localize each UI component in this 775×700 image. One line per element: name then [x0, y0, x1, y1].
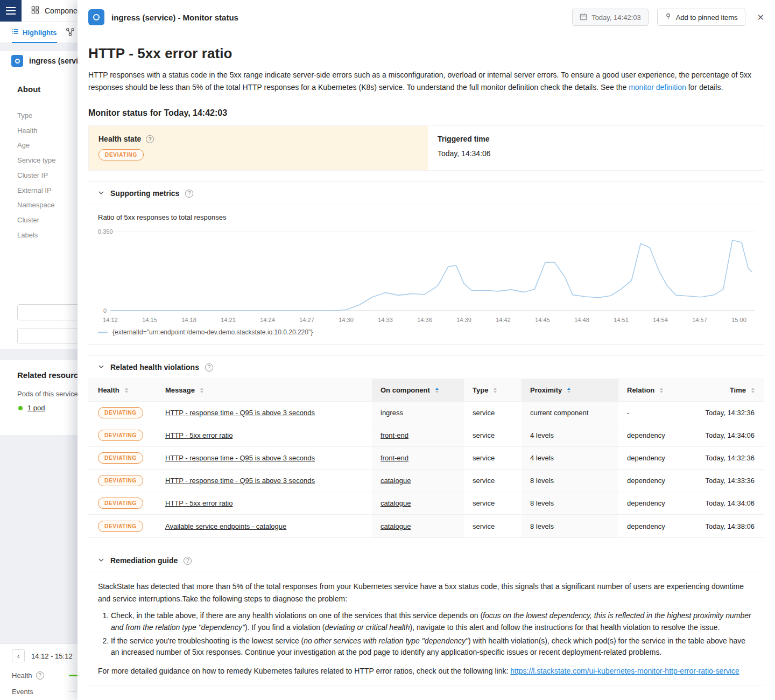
- violation-message-link[interactable]: HTTP - 5xx error ratio: [165, 499, 232, 507]
- time-range-label: 14:12 - 15:12: [31, 652, 73, 660]
- violation-message-link[interactable]: HTTP - response time - Q95 is above 3 se…: [165, 477, 315, 485]
- col-header-relation[interactable]: Relation: [618, 379, 690, 402]
- remediation-more-text: For more detailed guidance on how to rem…: [98, 667, 510, 675]
- relation-value: -: [627, 409, 629, 417]
- svg-text:14:48: 14:48: [574, 317, 589, 323]
- col-header-on-component[interactable]: On component: [372, 379, 464, 402]
- about-field-labels: Labels: [17, 228, 56, 243]
- proximity-value: 8 levels: [530, 522, 554, 530]
- remediation-guide-header[interactable]: Remediation guide ?: [88, 549, 764, 572]
- supporting-metrics-header[interactable]: Supporting metrics ?: [88, 182, 764, 205]
- chevron-down-icon: [98, 189, 104, 198]
- health-badge: DEVIATING: [98, 521, 143, 532]
- monitor-description: HTTP responses with a status code in the…: [88, 69, 764, 94]
- modal-header: ingress (service) - Monitor status Today…: [88, 0, 764, 34]
- about-dropdown-2[interactable]: [17, 328, 87, 344]
- col-header-time[interactable]: Time: [690, 379, 764, 402]
- violation-message-link[interactable]: HTTP - 5xx error ratio: [165, 431, 232, 439]
- health-label: Health: [12, 671, 32, 680]
- sort-icon[interactable]: [494, 388, 497, 393]
- health-state-badge: DEVIATING: [98, 149, 144, 160]
- about-dropdown-1[interactable]: [17, 304, 87, 320]
- remediation-body: StackState has detected that more than 5…: [88, 580, 764, 685]
- modal-title: ingress (service) - Monitor status: [111, 13, 238, 22]
- violations-table-header: Health Message On component Type Proximi…: [88, 379, 764, 402]
- violation-time: Today, 14:33:36: [705, 477, 755, 485]
- proximity-value: current component: [530, 409, 588, 417]
- highlights-list-icon: [12, 28, 19, 37]
- service-icon: [88, 9, 104, 25]
- sort-icon[interactable]: [125, 388, 128, 393]
- svg-text:14:27: 14:27: [299, 317, 314, 323]
- component-type: service: [473, 522, 495, 530]
- health-badge: DEVIATING: [98, 452, 143, 464]
- svg-text:14:51: 14:51: [614, 317, 629, 323]
- tab-highlights[interactable]: Highlights: [12, 22, 57, 43]
- add-to-pinned-items-button[interactable]: Add to pinned items: [657, 9, 745, 26]
- tab-topology[interactable]: [66, 27, 75, 39]
- component-link[interactable]: front-end: [381, 454, 408, 462]
- sort-icon[interactable]: [200, 388, 203, 393]
- pin-icon: [665, 13, 672, 22]
- hamburger-menu-icon[interactable]: [0, 0, 22, 22]
- svg-text:14:18: 14:18: [181, 317, 196, 323]
- sort-icon[interactable]: [751, 388, 755, 393]
- about-section-title: About: [17, 85, 40, 94]
- svg-text:15:00: 15:00: [731, 317, 746, 323]
- sort-icon[interactable]: [660, 388, 663, 393]
- date-picker-button[interactable]: Today, 14:42:03: [572, 9, 649, 26]
- component-link[interactable]: catalogue: [381, 522, 411, 530]
- add-to-pinned-items-label: Add to pinned items: [676, 13, 738, 22]
- violation-time: Today, 14:32:36: [705, 454, 755, 462]
- component-link[interactable]: catalogue: [381, 477, 411, 485]
- about-field-age: Age: [17, 138, 56, 153]
- sort-icon-active[interactable]: [435, 388, 439, 393]
- violation-message-link[interactable]: HTTP - response time - Q95 is above 3 se…: [165, 409, 315, 417]
- proximity-value: 8 levels: [530, 477, 554, 485]
- violation-message-link[interactable]: HTTP - response time - Q95 is above 3 se…: [165, 454, 315, 462]
- health-state-help-icon[interactable]: ?: [146, 135, 154, 143]
- violation-row: DEVIATING HTTP - response time - Q95 is …: [88, 402, 764, 424]
- violation-row: DEVIATING HTTP - 5xx error ratio front-e…: [88, 424, 764, 447]
- remediation-help-icon[interactable]: ?: [184, 557, 192, 565]
- violation-row: DEVIATING HTTP - response time - Q95 is …: [88, 447, 764, 470]
- close-icon[interactable]: ✕: [757, 12, 764, 23]
- health-badge: DEVIATING: [98, 430, 143, 441]
- col-header-proximity[interactable]: Proximity: [522, 379, 618, 402]
- component-link[interactable]: front-end: [381, 431, 408, 439]
- component-type: service: [473, 477, 495, 485]
- legend-label: {externalId="urn:endpoint:/demo-dev.demo…: [112, 328, 313, 336]
- health-help-icon[interactable]: ?: [36, 671, 44, 680]
- health-state-label: Health state: [98, 135, 141, 143]
- violations-help-icon[interactable]: ?: [205, 363, 213, 372]
- events-label: Events: [12, 688, 33, 696]
- svg-text:14:54: 14:54: [653, 317, 668, 323]
- violation-message-link[interactable]: Available service endpoints - catalogue: [165, 522, 286, 530]
- health-timeline-row: Health ?: [12, 671, 44, 680]
- pods-of-service-label: Pods of this service: [17, 390, 78, 398]
- violation-time: Today, 14:38:06: [705, 522, 755, 530]
- violation-time: Today, 14:34:06: [705, 499, 755, 507]
- component-link[interactable]: catalogue: [381, 499, 411, 507]
- sort-icon-active[interactable]: [567, 388, 570, 393]
- monitor-definition-link[interactable]: monitor definition: [629, 83, 686, 92]
- violation-row: DEVIATING HTTP - 5xx error ratio catalog…: [88, 492, 764, 515]
- calendar-icon: [580, 13, 587, 22]
- remediation-doc-link[interactable]: https://l.stackstate.com/ui-kubernetes-m…: [510, 667, 739, 675]
- timeline-back-button[interactable]: ‹: [12, 649, 25, 662]
- svg-text:14:45: 14:45: [535, 317, 550, 323]
- healthy-status-dot: [18, 406, 23, 410]
- col-header-type[interactable]: Type: [464, 379, 522, 402]
- remediation-step-1: Check, in the table above, if there are …: [111, 610, 755, 633]
- related-health-violations-header[interactable]: Related health violations ?: [88, 356, 764, 379]
- col-header-message[interactable]: Message: [157, 379, 372, 402]
- supporting-metrics-help-icon[interactable]: ?: [185, 190, 193, 198]
- health-badge: DEVIATING: [98, 407, 143, 418]
- about-field-namespace: Namespace: [17, 198, 56, 213]
- 5xx-ratio-line-chart: 0.350014:1214:1514:1814:2114:2414:2714:3…: [98, 225, 755, 325]
- tab-highlights-label: Highlights: [23, 29, 57, 37]
- about-field-service-type: Service type: [17, 153, 56, 168]
- monitor-description-tail: for details.: [686, 83, 723, 92]
- col-header-health[interactable]: Health: [88, 379, 157, 402]
- pod-link[interactable]: 1 pod: [27, 404, 45, 412]
